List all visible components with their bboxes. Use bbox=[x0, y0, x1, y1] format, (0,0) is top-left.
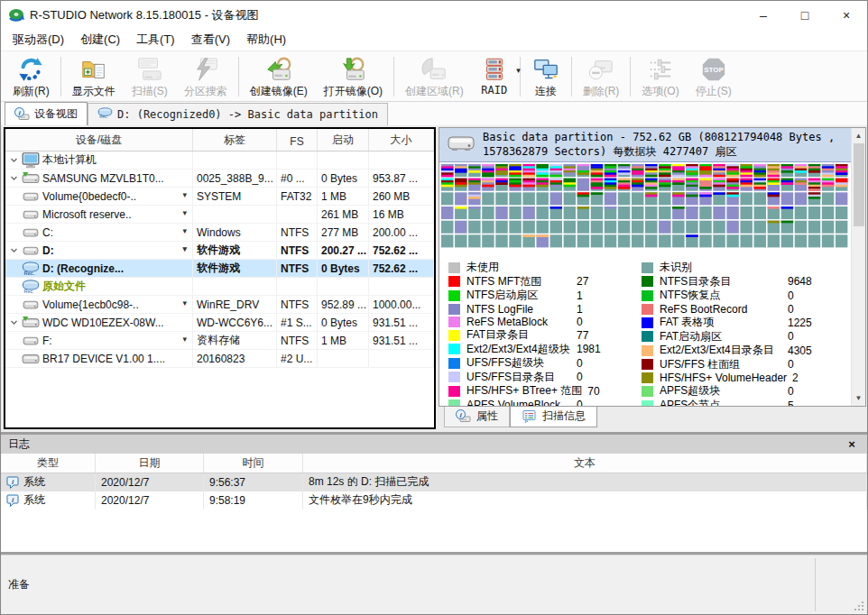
log-cell-text: 8m 12s 的 D: 扫描已完成 bbox=[303, 473, 867, 491]
menu-item-0[interactable]: 驱动器(D) bbox=[5, 29, 72, 50]
column-header-fs[interactable]: FS bbox=[277, 129, 318, 151]
toolbar-button-show-files[interactable]: 显示文件 bbox=[64, 53, 124, 100]
legend-label: FAT启动扇区 bbox=[660, 329, 788, 344]
toolbar-button-partition-search: 分区搜索 bbox=[176, 53, 235, 100]
toolbar: 刷新(R)显示文件扫描(S)分区搜索创建镜像(E)打开镜像(O)创建区域(R)▾… bbox=[1, 50, 867, 102]
tree-row-2[interactable]: Volume{0bedecf0-..▾SYSTEMFAT321 MB260 MB bbox=[5, 188, 434, 206]
legend-count: 5 bbox=[788, 399, 794, 406]
disk-icon bbox=[22, 353, 40, 365]
toolbar-button-refresh[interactable]: 刷新(R) bbox=[5, 53, 58, 100]
legend-item-l-3: NTFS LogFile1 bbox=[448, 303, 638, 316]
legend-item-r-7: UFS/FFS 柱面组0 bbox=[642, 358, 851, 372]
tree-row-0[interactable]: 本地计算机 bbox=[5, 151, 434, 170]
log-close-icon[interactable]: × bbox=[844, 437, 860, 451]
expander-icon[interactable] bbox=[5, 318, 22, 326]
menu-item-3[interactable]: 查看(V) bbox=[183, 29, 238, 50]
legend-color-swatch bbox=[642, 276, 653, 287]
log-column-type[interactable]: 类型 bbox=[1, 454, 96, 473]
legend-item-r-10: APFS个节点5 bbox=[642, 399, 851, 406]
tree-row-8[interactable]: Volume{1ecb0c98-..▾WinRE_DRVNTFS952.89 .… bbox=[5, 296, 434, 314]
scan-panel-wrap: Basic data partition - 752.62 GB (808121… bbox=[439, 127, 866, 429]
cell-size: 1000.00... bbox=[369, 296, 434, 313]
legend-count: 77 bbox=[577, 329, 588, 342]
legend-item-r-4: FAT 表格项1225 bbox=[642, 316, 851, 330]
legend-item-r-6: Ext2/Ext3/Ext4目录条目4305 bbox=[642, 344, 851, 358]
cell-size: 260 MB bbox=[369, 188, 434, 205]
legend-count: 0 bbox=[788, 289, 794, 302]
tab-recognized-partition[interactable]: Rec.D: (Recognized0) -> Basic data parti… bbox=[88, 103, 388, 125]
block-map[interactable] bbox=[439, 162, 851, 252]
menu-item-2[interactable]: 工具(T) bbox=[128, 29, 183, 50]
expander-icon[interactable] bbox=[5, 246, 22, 254]
tree-row-11[interactable]: BR17 DEVICE V1.00 1....20160823#2 U... bbox=[5, 350, 434, 368]
menu-item-1[interactable]: 创建(C) bbox=[72, 29, 128, 50]
scroll-thumb[interactable] bbox=[854, 143, 864, 226]
toolbar-label: 连接 bbox=[535, 84, 557, 99]
minimize-button[interactable]: – bbox=[743, 1, 784, 29]
cell-start: 0 Bytes bbox=[318, 170, 369, 187]
row-dropdown-icon[interactable]: ▾ bbox=[182, 208, 187, 217]
legend-item-l-1: NTFS MFT范围27 bbox=[448, 275, 638, 289]
tab-scan-information[interactable]: 扫描信息 bbox=[510, 406, 597, 427]
menu-item-4[interactable]: 帮助(H) bbox=[238, 29, 294, 50]
tree-row-3[interactable]: Microsoft reserve..▾261 MB16 MB bbox=[5, 206, 434, 224]
tab-device-view[interactable]: i设备视图 bbox=[5, 102, 88, 125]
legend-label: NTFS启动扇区 bbox=[466, 288, 577, 303]
log-row-0[interactable]: i系统2020/12/79:56:378m 12s 的 D: 扫描已完成 bbox=[1, 473, 867, 491]
scroll-up-icon[interactable]: ▲ bbox=[852, 128, 866, 142]
svg-text:STOP: STOP bbox=[704, 66, 724, 74]
legend-label: UFS/FFS目录条目 bbox=[466, 370, 577, 385]
log-header: 类型 日期 时间 文本 bbox=[1, 454, 867, 473]
tree-row-6[interactable]: Rec.D: (Recognize...软件游戏NTFS0 Bytes752.6… bbox=[5, 260, 434, 278]
legend-label: 未使用 bbox=[466, 260, 577, 275]
expander-icon[interactable] bbox=[5, 174, 22, 182]
tree-row-7[interactable]: Rec.原始文件 bbox=[5, 278, 434, 296]
row-dropdown-icon[interactable]: ▾ bbox=[182, 190, 187, 199]
log-column-text[interactable]: 文本 bbox=[303, 454, 867, 473]
device-name: Volume{1ecb0c98-.. bbox=[42, 298, 139, 311]
toolbar-button-create-region: 创建区域(R) bbox=[397, 53, 472, 100]
row-dropdown-icon[interactable]: ▾ bbox=[182, 298, 187, 308]
column-header-device[interactable]: 设备/磁盘 bbox=[5, 129, 193, 151]
toolbar-button-raid[interactable]: ▾RAID bbox=[472, 53, 517, 100]
tree-row-1[interactable]: SAMSUNG MZVLB1T0...0025_388B_9...#0 ...0… bbox=[5, 170, 434, 188]
dropdown-arrow-icon[interactable]: ▾ bbox=[516, 66, 521, 75]
tree-row-10[interactable]: F:▾资料存储NTFS1 MB931.51 ... bbox=[5, 332, 434, 350]
close-button[interactable]: × bbox=[826, 1, 867, 29]
device-name: C: bbox=[42, 226, 53, 239]
log-row-1[interactable]: i系统2020/12/79:58:19文件枚举在9秒内完成 bbox=[1, 491, 867, 509]
resize-grip[interactable] bbox=[853, 600, 865, 612]
toolbar-label: 扫描(S) bbox=[132, 84, 168, 99]
row-dropdown-icon[interactable]: ▾ bbox=[182, 244, 187, 253]
expander-icon[interactable] bbox=[5, 156, 22, 164]
cell-size bbox=[369, 151, 434, 169]
tab-properties[interactable]: i属性 bbox=[444, 407, 510, 427]
rec-icon: Rec. bbox=[22, 262, 40, 275]
column-header-start[interactable]: 启动 bbox=[318, 129, 369, 151]
legend-count: 0 bbox=[577, 371, 583, 383]
tree-row-4[interactable]: C:▾WindowsNTFS277 MB200.00 ... bbox=[5, 224, 434, 242]
scroll-down-icon[interactable]: ▼ bbox=[852, 391, 866, 406]
column-header-size[interactable]: 大小 bbox=[369, 129, 434, 151]
tree-row-9[interactable]: WDC WD10EZEX-08W...WD-WCC6Y6...#1 S...0 … bbox=[5, 314, 434, 332]
toolbar-button-create-image[interactable]: 创建镜像(E) bbox=[242, 53, 316, 100]
volume-icon bbox=[22, 298, 40, 311]
scan-scrollbar[interactable]: ▲ ▼ bbox=[851, 128, 865, 406]
options-icon bbox=[647, 56, 674, 83]
tree-row-5[interactable]: D:▾软件游戏NTFS200.27 ...752.62 ... bbox=[5, 242, 434, 260]
log-cell-text: 文件枚举在9秒内完成 bbox=[303, 491, 867, 509]
log-column-time[interactable]: 时间 bbox=[204, 454, 303, 473]
legend-item-l-9: HFS/HFS+ BTree+ 范围70 bbox=[448, 384, 638, 399]
log-column-date[interactable]: 日期 bbox=[96, 454, 204, 473]
drive-icon bbox=[447, 132, 476, 153]
log-title: 日志 bbox=[8, 436, 30, 452]
row-dropdown-icon[interactable]: ▾ bbox=[182, 335, 187, 344]
log-cell-type: i系统 bbox=[1, 491, 96, 509]
toolbar-button-connect[interactable]: 连接 bbox=[523, 53, 568, 100]
column-header-label[interactable]: 标签 bbox=[193, 129, 277, 151]
toolbar-button-open-image[interactable]: 打开镜像(O) bbox=[316, 53, 391, 100]
maximize-button[interactable]: □ bbox=[784, 1, 826, 29]
cell-label bbox=[193, 278, 277, 295]
row-dropdown-icon[interactable]: ▾ bbox=[182, 226, 187, 235]
volume-icon bbox=[22, 244, 40, 257]
